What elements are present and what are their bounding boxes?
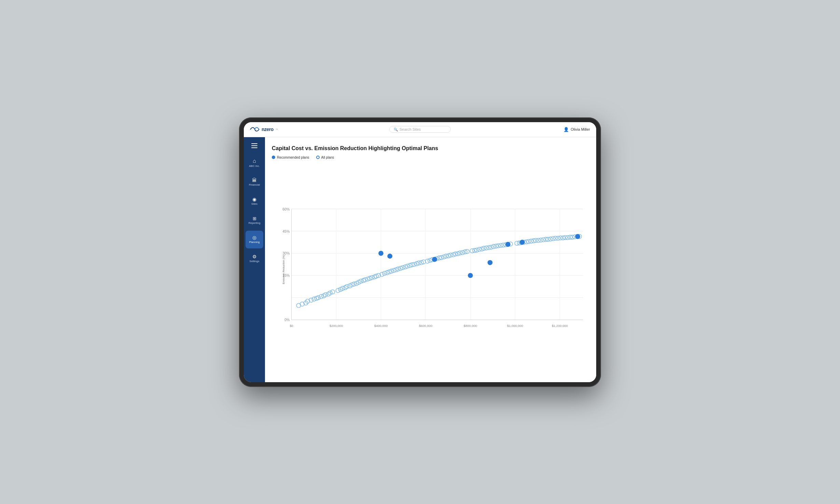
sidebar-item-sites[interactable]: ◉ Sites (246, 192, 263, 210)
legend-dot-recommended (272, 156, 275, 159)
legend-label-recommended: Recommended plans (277, 156, 309, 159)
hamburger-line-2 (251, 145, 257, 146)
legend-item-all: All plans (316, 156, 334, 159)
settings-icon: ⚙ (252, 254, 257, 259)
svg-point-131 (558, 235, 563, 240)
hamburger-line-1 (251, 143, 257, 144)
home-icon: ⌂ (253, 158, 256, 164)
sidebar-item-planning[interactable]: ◎ Planning (246, 231, 263, 248)
svg-point-146 (520, 240, 525, 245)
svg-point-140 (378, 250, 383, 256)
legend-item-recommended: Recommended plans (272, 156, 309, 159)
legend-label-all: All plans (321, 156, 334, 159)
header-logo: nzero ™ (250, 126, 363, 132)
svg-text:$1,200,000: $1,200,000 (552, 324, 568, 328)
header-search: 🔍 Search Sites (363, 126, 477, 133)
chart-container: Emission Reduction (%) (272, 164, 587, 375)
svg-point-40 (336, 288, 340, 292)
logo-trademark: ™ (276, 128, 278, 131)
svg-text:$200,000: $200,000 (330, 324, 343, 328)
y-axis-label: Emission Reduction (%) (282, 255, 285, 284)
svg-point-34 (319, 294, 323, 299)
sidebar-item-settings[interactable]: ⚙ Settings (246, 250, 263, 268)
svg-point-143 (468, 273, 473, 278)
search-placeholder: Search Sites (400, 127, 421, 131)
main-content: ⌂ ABC Inc. 🏛 Financial ◉ Sites ⊞ Reporti… (244, 137, 596, 382)
user-icon: 👤 (563, 127, 569, 132)
svg-point-145 (505, 242, 510, 247)
svg-point-39 (331, 290, 335, 294)
chart-title: Capital Cost vs. Emission Reduction High… (272, 145, 587, 152)
tablet-screen: nzero ™ 🔍 Search Sites 👤 Olivia Miller (244, 122, 596, 382)
svg-text:$800,000: $800,000 (464, 324, 477, 328)
svg-point-78 (425, 259, 430, 263)
sidebar-item-financial[interactable]: 🏛 Financial (246, 173, 263, 191)
sidebar-item-reporting[interactable]: ⊞ Reporting (246, 212, 263, 229)
financial-icon: 🏛 (252, 178, 257, 183)
svg-text:$400,000: $400,000 (374, 324, 388, 328)
search-icon: 🔍 (394, 128, 398, 131)
sidebar-label-planning: Planning (249, 241, 260, 244)
chart-area: Capital Cost vs. Emission Reduction High… (265, 137, 596, 382)
search-box[interactable]: 🔍 Search Sites (389, 126, 451, 133)
sidebar: ⌂ ABC Inc. 🏛 Financial ◉ Sites ⊞ Reporti… (244, 137, 265, 382)
tablet-frame: nzero ™ 🔍 Search Sites 👤 Olivia Miller (239, 117, 601, 387)
sidebar-hamburger[interactable] (248, 141, 261, 151)
nzero-logo-icon (250, 126, 260, 132)
sidebar-label-financial: Financial (249, 184, 260, 186)
logo-text: nzero (262, 127, 274, 132)
sites-icon: ◉ (252, 197, 256, 202)
svg-text:$1,000,000: $1,000,000 (507, 324, 523, 328)
svg-text:0%: 0% (284, 318, 290, 322)
reporting-icon: ⊞ (253, 216, 256, 221)
svg-text:60%: 60% (282, 207, 290, 211)
svg-text:$0: $0 (290, 324, 293, 328)
sidebar-label-home: ABC Inc. (249, 165, 260, 168)
planning-icon: ◎ (252, 235, 256, 240)
sidebar-label-reporting: Reporting (249, 222, 261, 225)
svg-point-93 (460, 250, 465, 255)
svg-point-60 (382, 271, 387, 275)
svg-point-129 (554, 236, 558, 241)
scatter-chart: 60% 45% 30% 15% 0% $0 $200,000 $400,000 … (272, 164, 587, 375)
svg-text:45%: 45% (282, 229, 290, 233)
svg-text:$600,000: $600,000 (419, 324, 432, 328)
sidebar-item-home[interactable]: ⌂ ABC Inc. (246, 154, 263, 172)
user-name: Olivia Miller (571, 127, 590, 131)
svg-point-141 (387, 254, 392, 259)
legend-dot-all (316, 156, 320, 159)
header: nzero ™ 🔍 Search Sites 👤 Olivia Miller (244, 122, 596, 137)
chart-legend: Recommended plans All plans (272, 156, 587, 159)
svg-point-144 (488, 260, 493, 265)
sidebar-label-settings: Settings (250, 260, 260, 263)
sidebar-label-sites: Sites (251, 203, 257, 205)
hamburger-line-3 (251, 147, 257, 148)
svg-point-147 (575, 234, 580, 239)
svg-point-142 (432, 257, 437, 262)
header-user: 👤 Olivia Miller (477, 127, 590, 132)
